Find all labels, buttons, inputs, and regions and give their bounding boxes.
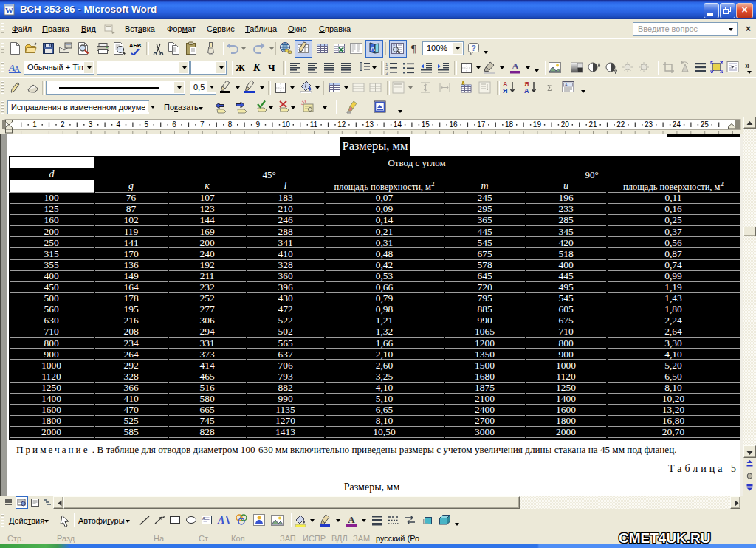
svg-text:А: А (371, 45, 376, 52)
svg-text:16: 16 (449, 120, 458, 129)
svg-text:1: 1 (32, 120, 37, 129)
svg-text:А: А (565, 83, 568, 87)
svg-text:12: 12 (337, 120, 346, 129)
svg-text:А: А (202, 516, 205, 521)
svg-text:¶: ¶ (411, 43, 416, 55)
svg-text:6: 6 (172, 120, 176, 129)
svg-text:24: 24 (673, 120, 681, 129)
svg-text:22: 22 (616, 120, 625, 129)
svg-text:2: 2 (61, 120, 65, 129)
svg-text:11: 11 (310, 120, 318, 129)
svg-text:15: 15 (422, 120, 430, 129)
svg-text:9: 9 (256, 120, 261, 129)
svg-text:8: 8 (228, 120, 233, 129)
svg-text:7: 7 (200, 120, 205, 129)
svg-text:?: ? (471, 44, 476, 52)
svg-text:А: А (524, 87, 529, 94)
svg-text:5: 5 (144, 120, 148, 129)
svg-text:21: 21 (588, 120, 597, 129)
svg-text:А: А (14, 64, 20, 73)
svg-text:4: 4 (117, 120, 121, 129)
svg-text:Я: Я (503, 87, 507, 94)
svg-text:CMET4UK.RU: CMET4UK.RU (619, 530, 711, 546)
svg-text:13: 13 (365, 120, 374, 129)
svg-text:3: 3 (385, 71, 388, 75)
svg-text:20: 20 (561, 120, 570, 129)
svg-text:А: А (512, 61, 519, 72)
svg-text:W: W (5, 6, 13, 15)
svg-text:3: 3 (89, 120, 93, 129)
svg-text:18: 18 (505, 120, 514, 129)
svg-text:А: А (348, 514, 355, 525)
svg-text:23: 23 (645, 120, 653, 129)
svg-text:25: 25 (701, 120, 709, 129)
svg-text:17: 17 (477, 120, 486, 129)
svg-text:10: 10 (282, 120, 291, 129)
svg-text:19: 19 (533, 120, 542, 129)
svg-text:А: А (217, 515, 224, 526)
svg-text:14: 14 (394, 120, 402, 129)
